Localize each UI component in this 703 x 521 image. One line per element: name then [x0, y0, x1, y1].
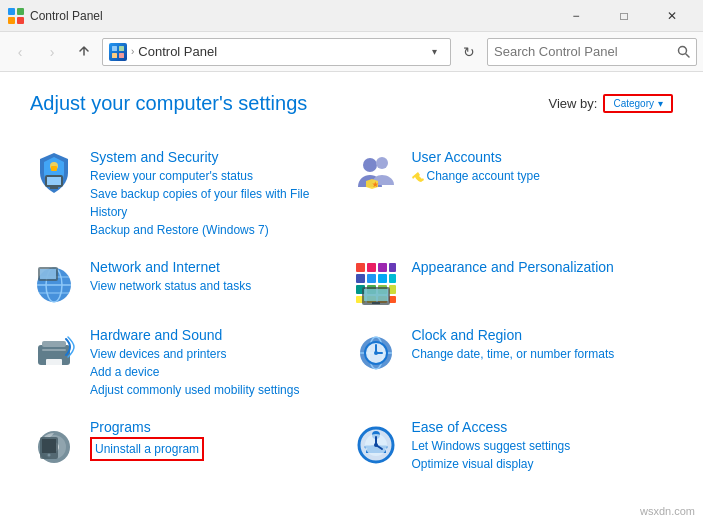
- clock-region-icon: [352, 327, 400, 375]
- svg-point-55: [374, 351, 378, 355]
- up-button[interactable]: [70, 38, 98, 66]
- svg-rect-43: [372, 302, 380, 304]
- svg-rect-27: [378, 263, 387, 272]
- user-accounts-content: User Accounts Change account type: [412, 149, 658, 185]
- svg-rect-25: [356, 263, 365, 272]
- category-clock-region: Clock and Region Change date, time, or n…: [352, 317, 674, 409]
- svg-rect-47: [46, 359, 62, 367]
- address-bar-icon: [109, 43, 127, 61]
- svg-text:★: ★: [372, 181, 379, 188]
- system-security-link-3[interactable]: Backup and Restore (Windows 7): [90, 221, 336, 239]
- svg-rect-36: [389, 285, 396, 294]
- clock-region-title[interactable]: Clock and Region: [412, 327, 658, 343]
- hardware-sound-title[interactable]: Hardware and Sound: [90, 327, 336, 343]
- watermark: wsxdn.com: [640, 505, 695, 517]
- back-button[interactable]: ‹: [6, 38, 34, 66]
- appearance-icon: [352, 259, 400, 307]
- svg-rect-31: [378, 274, 387, 283]
- svg-line-9: [686, 54, 689, 57]
- hardware-sound-content: Hardware and Sound View devices and prin…: [90, 327, 336, 399]
- svg-rect-45: [42, 349, 66, 351]
- svg-rect-46: [42, 341, 66, 347]
- category-network-internet: Network and Internet View network status…: [30, 249, 352, 317]
- title-bar-title: Control Panel: [30, 9, 553, 23]
- network-internet-link-1[interactable]: View network status and tasks: [90, 277, 336, 295]
- system-security-link-1[interactable]: Review your computer's status: [90, 167, 336, 185]
- svg-rect-1: [17, 8, 24, 15]
- programs-title[interactable]: Programs: [90, 419, 336, 435]
- main-content: Adjust your computer's settings View by:…: [0, 72, 703, 503]
- page-title: Adjust your computer's settings: [30, 92, 307, 115]
- category-programs: Programs Uninstall a program: [30, 409, 352, 483]
- system-security-link-2[interactable]: Save backup copies of your files with Fi…: [90, 185, 336, 221]
- address-segment: Control Panel: [138, 44, 217, 59]
- svg-rect-32: [389, 274, 396, 283]
- user-accounts-link-1[interactable]: Change account type: [412, 167, 658, 185]
- svg-rect-30: [367, 274, 376, 283]
- hardware-sound-icon: [30, 327, 78, 375]
- search-box[interactable]: [487, 38, 697, 66]
- user-accounts-icon: ★: [352, 149, 400, 197]
- ease-of-access-icon: [352, 419, 400, 467]
- address-path: › Control Panel: [131, 44, 424, 59]
- svg-rect-28: [389, 263, 396, 272]
- page-header: Adjust your computer's settings View by:…: [30, 92, 673, 115]
- minimize-button[interactable]: −: [553, 1, 599, 31]
- category-hardware-sound: Hardware and Sound View devices and prin…: [30, 317, 352, 409]
- ease-of-access-link-1[interactable]: Let Windows suggest settings: [412, 437, 658, 455]
- programs-link-uninstall[interactable]: Uninstall a program: [90, 437, 204, 461]
- search-input[interactable]: [494, 44, 677, 59]
- view-by-value: Category: [613, 98, 654, 109]
- svg-rect-6: [112, 53, 117, 58]
- programs-content: Programs Uninstall a program: [90, 419, 336, 461]
- clock-region-link-1[interactable]: Change date, time, or number formats: [412, 345, 658, 363]
- view-by-dropdown[interactable]: Category ▾: [603, 94, 673, 113]
- svg-point-16: [376, 157, 388, 169]
- address-input[interactable]: › Control Panel ▾: [102, 38, 451, 66]
- network-internet-title[interactable]: Network and Internet: [90, 259, 336, 275]
- svg-rect-2: [8, 17, 15, 24]
- network-internet-icon: [30, 259, 78, 307]
- system-security-title[interactable]: System and Security: [90, 149, 336, 165]
- programs-icon: [30, 419, 78, 467]
- category-ease-of-access: Ease of Access Let Windows suggest setti…: [352, 409, 674, 483]
- svg-point-8: [679, 47, 687, 55]
- view-by-control: View by: Category ▾: [549, 94, 673, 113]
- close-button[interactable]: ✕: [649, 1, 695, 31]
- clock-region-content: Clock and Region Change date, time, or n…: [412, 327, 658, 363]
- view-by-arrow: ▾: [658, 98, 663, 109]
- address-bar: ‹ › › Control Panel ▾ ↻: [0, 32, 703, 72]
- category-system-security: System and Security Review your computer…: [30, 139, 352, 249]
- hardware-sound-link-3[interactable]: Adjust commonly used mobility settings: [90, 381, 336, 399]
- title-bar-controls: − □ ✕: [553, 1, 695, 31]
- user-accounts-title[interactable]: User Accounts: [412, 149, 658, 165]
- ease-of-access-title[interactable]: Ease of Access: [412, 419, 658, 435]
- svg-point-15: [363, 158, 377, 172]
- refresh-button[interactable]: ↻: [455, 38, 483, 66]
- svg-rect-4: [112, 46, 117, 51]
- svg-rect-11: [47, 177, 61, 185]
- svg-rect-5: [119, 46, 124, 51]
- svg-rect-24: [40, 269, 56, 279]
- maximize-button[interactable]: □: [601, 1, 647, 31]
- ease-of-access-link-2[interactable]: Optimize visual display: [412, 455, 658, 473]
- category-appearance: Appearance and Personalization: [352, 249, 674, 317]
- title-bar: Control Panel − □ ✕: [0, 0, 703, 32]
- svg-rect-40: [389, 296, 396, 303]
- appearance-title[interactable]: Appearance and Personalization: [412, 259, 658, 275]
- categories-grid: System and Security Review your computer…: [30, 139, 673, 483]
- forward-button[interactable]: ›: [38, 38, 66, 66]
- view-by-label: View by:: [549, 96, 598, 111]
- svg-rect-12: [50, 187, 58, 189]
- svg-rect-26: [367, 263, 376, 272]
- hardware-sound-link-2[interactable]: Add a device: [90, 363, 336, 381]
- svg-rect-0: [8, 8, 15, 15]
- svg-rect-3: [17, 17, 24, 24]
- search-icon[interactable]: [677, 45, 690, 58]
- address-dropdown-button[interactable]: ▾: [424, 39, 444, 65]
- svg-rect-42: [364, 289, 388, 301]
- system-security-content: System and Security Review your computer…: [90, 149, 336, 239]
- svg-point-62: [48, 454, 51, 457]
- hardware-sound-link-1[interactable]: View devices and printers: [90, 345, 336, 363]
- address-separator: ›: [131, 46, 134, 57]
